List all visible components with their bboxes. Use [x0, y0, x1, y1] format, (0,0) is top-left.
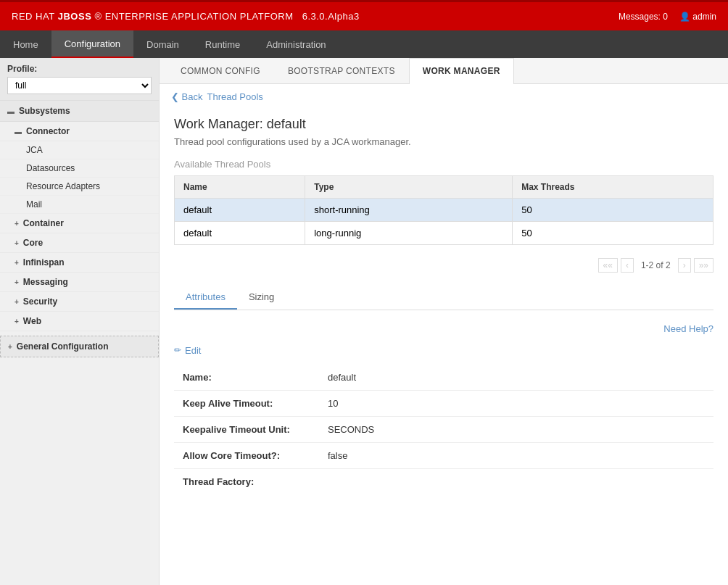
- sub-tab-attributes[interactable]: Attributes: [174, 286, 237, 310]
- messaging-label: Messaging: [23, 277, 68, 287]
- available-pools-label: Available Thread Pools: [174, 159, 713, 170]
- pagination-info: 1-2 of 2: [641, 260, 671, 270]
- collapse-subsystems-icon: ▬: [7, 107, 15, 115]
- edit-icon: ✏: [174, 345, 181, 355]
- sidebar-item-mail[interactable]: Mail: [0, 196, 159, 214]
- expand-core-icon: +: [15, 239, 19, 247]
- row2-type: long-runnig: [305, 222, 513, 245]
- page-content: Work Manager: default Thread pool config…: [160, 109, 728, 509]
- nav-administration[interactable]: Administration: [253, 30, 339, 58]
- main-content: COMMON CONFIG BOOTSTRAP CONTEXTS WORK MA…: [160, 58, 728, 585]
- page-title: Work Manager: default: [174, 117, 713, 132]
- sidebar-subsystems[interactable]: ▬ Subsystems: [0, 101, 159, 122]
- detail-row-thread-factory: Thread Factory:: [174, 468, 713, 494]
- nav-domain[interactable]: Domain: [133, 30, 192, 58]
- sidebar: Profile: full ▬ Subsystems ▬ Connector J…: [0, 58, 160, 585]
- field-keep-alive-value: 10: [319, 390, 713, 416]
- sidebar-group-core[interactable]: + Core: [0, 233, 159, 253]
- col-max-threads: Max Threads: [513, 176, 713, 199]
- row1-name: default: [175, 199, 305, 222]
- table-row[interactable]: default long-runnig 50: [175, 222, 713, 245]
- app-title: RED HAT JBOSS ® ENTERPRISE APPLICATION P…: [12, 11, 360, 22]
- detail-row-keep-alive: Keep Alive Timeout: 10: [174, 390, 713, 416]
- user-name: admin: [692, 12, 716, 22]
- field-name-value: default: [319, 365, 713, 391]
- sidebar-group-infinispan[interactable]: + Infinispan: [0, 253, 159, 273]
- subsystems-label: Subsystems: [19, 106, 70, 116]
- breadcrumb: ❮ Back Thread Pools: [160, 84, 728, 109]
- nav-home[interactable]: Home: [0, 30, 51, 58]
- row2-name: default: [175, 222, 305, 245]
- col-name: Name: [175, 176, 305, 199]
- user-label[interactable]: 👤 admin: [679, 12, 716, 22]
- sidebar-item-resource-adapters[interactable]: Resource Adapters: [0, 178, 159, 196]
- tab-bootstrap-contexts[interactable]: BOOTSTRAP CONTEXTS: [274, 58, 409, 83]
- breadcrumb-thread-pools[interactable]: Thread Pools: [207, 91, 263, 102]
- tab-common-config[interactable]: COMMON CONFIG: [167, 58, 274, 83]
- collapse-connector-icon: ▬: [15, 128, 22, 136]
- expand-security-icon: +: [15, 298, 19, 306]
- sub-tabs: Attributes Sizing: [174, 286, 713, 310]
- field-allow-core-value: false: [319, 442, 713, 468]
- sidebar-group-container[interactable]: + Container: [0, 214, 159, 233]
- expand-container-icon: +: [15, 220, 19, 228]
- edit-button[interactable]: ✏ Edit: [174, 345, 201, 356]
- general-config-label: General Configuration: [17, 341, 109, 352]
- detail-section: Need Help? ✏ Edit Name: default Keep Ali…: [174, 319, 713, 494]
- connector-label: Connector: [26, 126, 70, 136]
- main-tabs: COMMON CONFIG BOOTSTRAP CONTEXTS WORK MA…: [160, 58, 728, 84]
- back-button[interactable]: ❮ Back: [171, 91, 203, 102]
- pagination-last[interactable]: »»: [694, 258, 713, 273]
- infinispan-label: Infinispan: [23, 257, 65, 267]
- navbar: Home Configuration Domain Runtime Admini…: [0, 30, 728, 58]
- sidebar-group-security[interactable]: + Security: [0, 292, 159, 312]
- need-help-link[interactable]: Need Help?: [174, 319, 713, 339]
- field-keepalive-unit-label: Keepalive Timeout Unit:: [174, 416, 319, 442]
- pagination-first[interactable]: ««: [598, 258, 618, 273]
- sidebar-item-datasources[interactable]: Datasources: [0, 159, 159, 178]
- messages-label[interactable]: Messages: 0: [619, 12, 668, 22]
- sidebar-group-messaging[interactable]: + Messaging: [0, 273, 159, 292]
- topbar: RED HAT JBOSS ® ENTERPRISE APPLICATION P…: [0, 0, 728, 30]
- core-label: Core: [23, 238, 43, 248]
- expand-web-icon: +: [15, 318, 19, 325]
- expand-infinispan-icon: +: [15, 259, 19, 267]
- field-thread-factory-label: Thread Factory:: [174, 468, 319, 494]
- detail-row-name: Name: default: [174, 365, 713, 391]
- profile-label: Profile:: [7, 64, 152, 74]
- field-keepalive-unit-value: SECONDS: [319, 416, 713, 442]
- pagination-prev[interactable]: ‹: [621, 258, 634, 273]
- security-label: Security: [23, 296, 57, 307]
- expand-messaging-icon: +: [15, 278, 19, 286]
- layout: Profile: full ▬ Subsystems ▬ Connector J…: [0, 58, 728, 585]
- page-description: Thread pool configurations used by a JCA…: [174, 136, 713, 147]
- table-row[interactable]: default short-running 50: [175, 199, 713, 222]
- profile-section: Profile: full: [0, 58, 159, 101]
- nav-runtime[interactable]: Runtime: [192, 30, 253, 58]
- field-thread-factory-value: [319, 468, 713, 494]
- edit-label: Edit: [185, 345, 201, 356]
- detail-row-keepalive-unit: Keepalive Timeout Unit: SECONDS: [174, 416, 713, 442]
- pagination-next[interactable]: ›: [678, 258, 691, 273]
- container-label: Container: [23, 218, 64, 228]
- general-config[interactable]: + General Configuration: [0, 336, 159, 357]
- nav-configuration[interactable]: Configuration: [51, 30, 133, 58]
- thread-pools-table: Name Type Max Threads default short-runn…: [174, 175, 713, 245]
- field-name-label: Name:: [174, 365, 319, 391]
- pagination: «« ‹ 1-2 of 2 › »»: [174, 254, 713, 277]
- detail-row-allow-core: Allow Core Timeout?: false: [174, 442, 713, 468]
- field-allow-core-label: Allow Core Timeout?:: [174, 442, 319, 468]
- tab-work-manager[interactable]: WORK MANAGER: [409, 58, 514, 84]
- web-label: Web: [23, 316, 41, 326]
- table-header: Name Type Max Threads: [175, 176, 713, 199]
- sub-tab-sizing[interactable]: Sizing: [237, 286, 286, 310]
- topbar-right: Messages: 0 👤 admin: [619, 12, 716, 22]
- user-icon: 👤: [679, 12, 690, 22]
- app-title-bold: JBOSS: [58, 11, 92, 22]
- expand-general-config-icon: +: [8, 343, 12, 351]
- sidebar-subgroup-connector-header[interactable]: ▬ Connector: [0, 122, 159, 141]
- sidebar-item-jca[interactable]: JCA: [0, 141, 159, 159]
- col-type: Type: [305, 176, 513, 199]
- profile-select[interactable]: full: [7, 77, 152, 94]
- sidebar-group-web[interactable]: + Web: [0, 312, 159, 331]
